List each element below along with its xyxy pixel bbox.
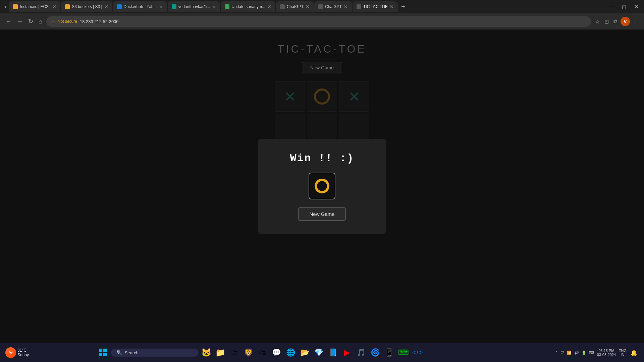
reload-button[interactable]: ↻ [27, 16, 35, 26]
tray-battery-icon: 🔋 [582, 351, 586, 355]
clock-date: 03-03-2024 [597, 353, 616, 357]
region-label: IN [621, 353, 625, 357]
tray-keyboard-icon: ⌨ [589, 351, 594, 355]
tab-close-icon[interactable]: ✕ [159, 4, 163, 9]
taskbar-files-icon[interactable]: 📁 [214, 346, 227, 359]
tab-close-icon[interactable]: ✕ [104, 4, 108, 9]
menu-button[interactable]: ⋮ [632, 17, 640, 26]
address-actions: ☆ ⊡ ⧉ V ⋮ [594, 17, 640, 26]
taskbar: ☀ 31°C Sunny 🔍 Search 🐱 [0, 343, 644, 362]
modal-new-game-button[interactable]: New Game [298, 207, 345, 221]
taskbar-app-icons: 🐱 📁 🗂 🦁 🛍 💬 🌐 [200, 346, 424, 359]
security-warning-icon: ⚠ [51, 19, 55, 24]
extensions-button[interactable]: ⊡ [603, 17, 610, 26]
taskbar-spotify-icon[interactable]: 🎵 [355, 346, 368, 359]
language-label: ENG [619, 349, 627, 353]
taskbar-chrome-icon[interactable]: 🌐 [284, 346, 298, 359]
taskbar-search-bar[interactable]: 🔍 Search [111, 349, 198, 357]
tab-sonar[interactable]: Update sonar.ym... ✕ [221, 1, 275, 12]
taskbar-center: 🔍 Search 🐱 📁 🗂 🦁 🛍 [96, 346, 424, 359]
taskbar-files2-icon[interactable]: 📂 [298, 346, 312, 359]
weather-widget: ☀ 31°C Sunny [3, 346, 32, 359]
tab-close-icon[interactable]: ✕ [267, 4, 271, 9]
taskbar-youtube-icon[interactable]: ▶ [340, 346, 354, 359]
taskbar-diamond-icon[interactable]: 💎 [312, 346, 326, 359]
language-region: ENG IN [619, 349, 627, 357]
close-button[interactable]: ✕ [632, 2, 641, 11]
winner-o-symbol [315, 179, 329, 193]
page-content: TIC-TAC-TOE New Game ✕ ✕ ✕ Win !! :) [0, 29, 644, 343]
taskbar-filemanager-icon[interactable]: 🗂 [228, 346, 241, 359]
search-icon: 🔍 [116, 350, 122, 355]
tab-s3[interactable]: S3 buckets | S3 | ✕ [61, 1, 112, 12]
tab-close-icon[interactable]: ✕ [212, 4, 216, 9]
new-tab-button[interactable]: + [398, 2, 408, 12]
taskbar-store-icon[interactable]: 🛍 [256, 346, 269, 359]
window-controls: — ◻ ✕ [606, 2, 641, 11]
tab-chatgpt1[interactable]: ChatGPT ✕ [276, 1, 314, 12]
win-modal-overlay: Win !! :) New Game [0, 29, 644, 343]
tab-close-icon[interactable]: ✕ [52, 4, 56, 9]
sys-tray: ⌃ 🛡 📶 🔊 🔋 ⌨ 05:15 PM 03-03-2024 ENG IN 🔔 [552, 348, 641, 357]
tab-ec2[interactable]: Instances | EC2 | ✕ [9, 1, 60, 12]
bookmark-button[interactable]: ☆ [594, 17, 601, 26]
address-input[interactable]: ⚠ Not secure 13.233.212.52:3000 [46, 16, 591, 27]
tab-chatgpt2[interactable]: ChatGPT ✕ [314, 1, 352, 12]
home-button[interactable]: ⌂ [37, 17, 44, 26]
search-label: Search [125, 350, 139, 355]
modal-win-title: Win !! :) [290, 152, 354, 165]
notification-button[interactable]: 🔔 [629, 348, 639, 357]
tab-close-icon[interactable]: ✕ [390, 4, 394, 9]
restore-button[interactable]: ◻ [619, 2, 629, 11]
taskbar-teams-icon[interactable]: 💬 [270, 346, 283, 359]
tab-bar: ‹ Instances | EC2 | ✕ S3 buckets | S3 | … [0, 0, 644, 13]
browser-frame: ‹ Instances | EC2 | ✕ S3 buckets | S3 | … [0, 0, 644, 29]
tab-close-icon[interactable]: ✕ [344, 4, 348, 9]
windows-button[interactable] [96, 346, 110, 359]
weather-condition: Sunny [17, 353, 29, 357]
tab-tictactoe[interactable]: TIC TAC TOE ✕ [353, 1, 398, 12]
taskbar-terminal-icon[interactable]: ⌨ [397, 346, 410, 359]
win-modal: Win !! :) New Game [258, 139, 386, 234]
forward-button[interactable]: → [15, 17, 24, 26]
tray-volume-icon[interactable]: 🔊 [574, 351, 579, 355]
tab-dockerhub[interactable]: Dockerhub - Yah... ✕ [113, 1, 167, 12]
clock-widget: 05:15 PM 03-03-2024 [597, 349, 616, 357]
clock-time: 05:15 PM [598, 349, 614, 353]
tab-vedant[interactable]: vedantthavkar/ti... ✕ [168, 1, 220, 12]
tray-expand-icon[interactable]: ⌃ [555, 351, 558, 355]
address-bar: ← → ↻ ⌂ ⚠ Not secure 13.233.212.52:3000 … [0, 13, 644, 29]
taskbar-ide-icon[interactable]: </> [411, 346, 424, 359]
not-secure-label: Not secure [58, 19, 77, 24]
taskbar-edge-icon[interactable]: 🌀 [369, 346, 382, 359]
taskbar-browser-icon[interactable]: 🦁 [242, 346, 255, 359]
taskbar-appstore-icon[interactable]: 📱 [383, 346, 396, 359]
taskbar-game-icon[interactable]: 🐱 [200, 346, 213, 359]
tray-network-icon[interactable]: 📶 [567, 351, 572, 355]
modal-winner-icon-box [309, 173, 335, 199]
address-text: 13.233.212.52:3000 [80, 19, 119, 24]
weather-temp: 31°C [17, 348, 29, 353]
back-button[interactable]: ← [4, 17, 13, 26]
taskbar-facebook-icon[interactable]: 📘 [326, 346, 340, 359]
minimize-button[interactable]: — [606, 2, 616, 11]
profile-button[interactable]: V [621, 17, 630, 26]
tray-antivirus-icon: 🛡 [560, 351, 564, 355]
sidebar-button[interactable]: ⧉ [612, 17, 619, 26]
weather-icon: ☀ [5, 347, 16, 358]
tab-history-button[interactable]: ‹ [3, 2, 8, 11]
tab-close-icon[interactable]: ✕ [306, 4, 310, 9]
